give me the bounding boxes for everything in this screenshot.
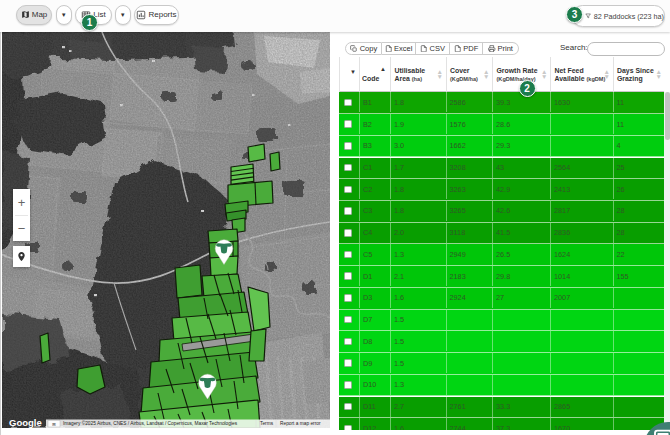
svg-text:⊞: ⊞	[52, 422, 56, 427]
svg-text:Report a map error: Report a map error	[280, 421, 321, 426]
svg-text:Imagery ©2025 Airbus, CNES / A: Imagery ©2025 Airbus, CNES / Airbus, Lan…	[63, 420, 238, 426]
svg-text:Google: Google	[9, 417, 42, 428]
svg-text:Terms: Terms	[260, 421, 274, 426]
